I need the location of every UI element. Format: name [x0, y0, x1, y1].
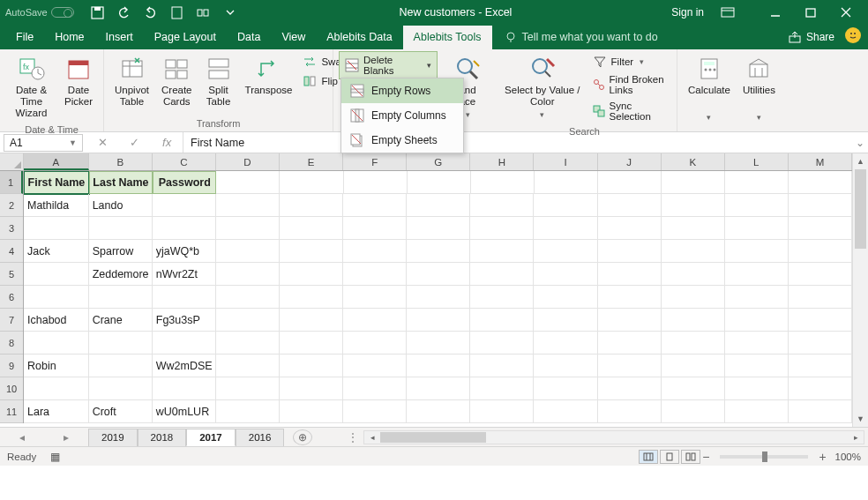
tab-ablebits-tools[interactable]: Ablebits Tools: [403, 26, 492, 49]
macro-recording-icon[interactable]: ▦: [50, 451, 60, 463]
cell[interactable]: [216, 240, 280, 263]
cell[interactable]: [407, 217, 470, 240]
sheet-tab-2016[interactable]: 2016: [236, 429, 285, 446]
new-file-button[interactable]: [166, 2, 189, 23]
cell[interactable]: [598, 309, 662, 332]
transpose-button[interactable]: Transpose: [240, 51, 298, 100]
cell[interactable]: [280, 171, 343, 194]
cell[interactable]: [216, 194, 280, 217]
cell[interactable]: [407, 309, 470, 332]
row-header-11[interactable]: 11: [0, 400, 23, 423]
cell[interactable]: [470, 354, 534, 377]
cell[interactable]: [725, 240, 789, 263]
cell[interactable]: [725, 217, 789, 240]
cell[interactable]: [343, 286, 407, 309]
cell[interactable]: [343, 240, 407, 263]
calculate-button[interactable]: Calculate▾: [683, 51, 736, 127]
cell[interactable]: [24, 217, 89, 240]
ribbon-display-options[interactable]: [716, 2, 739, 23]
cell[interactable]: [344, 171, 408, 194]
menu-empty-sheets[interactable]: Empty Sheets: [341, 128, 463, 153]
tab-home[interactable]: Home: [44, 26, 94, 49]
cell[interactable]: [89, 354, 153, 377]
cell[interactable]: [280, 332, 343, 354]
cell[interactable]: [662, 286, 725, 309]
sheet-scroll-handle[interactable]: ⋮: [348, 431, 358, 444]
cell[interactable]: [471, 171, 535, 194]
scroll-thumb[interactable]: [855, 169, 866, 249]
cell[interactable]: Fg3u3sP: [153, 309, 216, 332]
cell[interactable]: [470, 400, 534, 423]
scroll-up-button[interactable]: ▲: [853, 153, 868, 169]
date-time-wizard-button[interactable]: fx Date & Time Wizard: [5, 51, 57, 123]
cell[interactable]: [662, 217, 725, 240]
cell[interactable]: [534, 217, 597, 240]
cell[interactable]: [343, 217, 407, 240]
touch-mode-button[interactable]: [192, 2, 215, 23]
header-cell[interactable]: First Name: [24, 171, 89, 194]
tab-file[interactable]: File: [5, 26, 44, 49]
vertical-scrollbar[interactable]: ▲ ▼: [852, 153, 868, 427]
cell[interactable]: [343, 332, 407, 354]
cell[interactable]: Zeddemore: [89, 263, 153, 286]
cell[interactable]: [407, 194, 470, 217]
row-header-1[interactable]: 1: [0, 171, 23, 194]
cell[interactable]: [534, 377, 597, 400]
cell[interactable]: [598, 240, 662, 263]
cell[interactable]: [662, 263, 725, 286]
autosave-toggle[interactable]: AutoSave: [0, 7, 79, 18]
cell[interactable]: [470, 377, 534, 400]
cell[interactable]: [343, 194, 407, 217]
cell[interactable]: [789, 194, 852, 217]
filter-button[interactable]: Filter▾: [589, 53, 671, 71]
cell[interactable]: [89, 286, 153, 309]
menu-empty-columns[interactable]: Empty Columns: [341, 103, 463, 128]
cell[interactable]: Lando: [89, 194, 153, 217]
split-table-button[interactable]: Split Table: [199, 51, 238, 111]
signin-link[interactable]: Sign in: [671, 6, 704, 19]
cell[interactable]: [153, 217, 216, 240]
tab-view[interactable]: View: [271, 26, 316, 49]
column-header-H[interactable]: H: [470, 153, 534, 170]
column-header-E[interactable]: E: [280, 153, 343, 170]
cell[interactable]: [534, 400, 597, 423]
horizontal-scrollbar[interactable]: ◂ ▸: [363, 430, 864, 444]
row-header-9[interactable]: 9: [0, 354, 23, 377]
cell[interactable]: [407, 240, 470, 263]
tell-me-input[interactable]: Tell me what you want to do: [492, 31, 670, 49]
row-header-6[interactable]: 6: [0, 286, 23, 309]
header-cell[interactable]: Last Name: [89, 171, 153, 194]
cell[interactable]: [216, 171, 280, 194]
zoom-slider[interactable]: [720, 455, 808, 459]
cell[interactable]: [662, 377, 725, 400]
cell[interactable]: [280, 377, 343, 400]
cell[interactable]: wU0mLUR: [153, 400, 216, 423]
cell[interactable]: [407, 377, 470, 400]
column-header-G[interactable]: G: [407, 153, 470, 170]
tab-insert[interactable]: Insert: [95, 26, 144, 49]
column-header-I[interactable]: I: [534, 153, 597, 170]
cell[interactable]: [24, 377, 89, 400]
cell[interactable]: [216, 263, 280, 286]
cell[interactable]: [407, 354, 470, 377]
cell[interactable]: Sparrow: [89, 240, 153, 263]
cell[interactable]: [662, 171, 725, 194]
cell[interactable]: Croft: [89, 400, 153, 423]
select-by-value-color-button[interactable]: Select by Value / Color▾: [498, 51, 587, 124]
cell[interactable]: [535, 171, 598, 194]
header-cell[interactable]: Password: [153, 171, 216, 194]
cell[interactable]: [470, 240, 534, 263]
cell[interactable]: [725, 194, 789, 217]
maximize-button[interactable]: [797, 2, 824, 23]
row-header-4[interactable]: 4: [0, 240, 23, 263]
cell[interactable]: [598, 286, 662, 309]
name-box[interactable]: A1 ▼: [4, 134, 83, 152]
utilities-button[interactable]: Utilities▾: [737, 51, 781, 127]
find-broken-links-button[interactable]: Find Broken Links: [589, 72, 671, 97]
zoom-in-button[interactable]: +: [817, 450, 827, 464]
cell[interactable]: Robin: [24, 354, 89, 377]
cell[interactable]: [662, 354, 725, 377]
formula-input[interactable]: First Name: [183, 137, 852, 149]
cell[interactable]: [534, 194, 597, 217]
cell[interactable]: [280, 217, 343, 240]
